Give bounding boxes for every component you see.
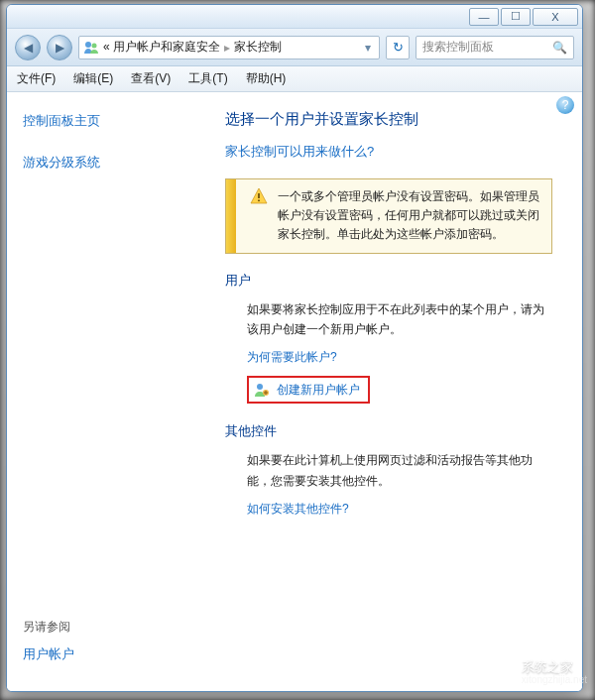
what-can-do-link[interactable]: 家长控制可以用来做什么?	[225, 144, 374, 159]
breadcrumb-seg-2[interactable]: 家长控制	[234, 39, 282, 56]
maximize-button[interactable]: ☐	[501, 8, 531, 26]
other-controls-heading: 其他控件	[225, 422, 552, 440]
breadcrumb-dropdown[interactable]: ▾	[361, 41, 375, 55]
menu-tools[interactable]: 工具(T)	[188, 70, 227, 87]
watermark-icon	[476, 652, 516, 692]
svg-rect-2	[258, 193, 260, 198]
menubar: 文件(F) 编辑(E) 查看(V) 工具(T) 帮助(H)	[7, 66, 582, 92]
minimize-button[interactable]: —	[469, 8, 499, 26]
address-breadcrumb[interactable]: « 用户帐户和家庭安全 ▸ 家长控制 ▾	[78, 36, 380, 59]
watermark: 系统之家 xitongzhijia.net	[476, 652, 587, 692]
navbar: ◀ ▶ « 用户帐户和家庭安全 ▸ 家长控制 ▾ ↻ 搜索控制面板 🔍	[7, 29, 582, 66]
watermark-title: 系统之家	[522, 659, 587, 675]
sidebar: 控制面板主页 游戏分级系统 另请参阅 用户帐户	[7, 92, 205, 691]
search-icon[interactable]: 🔍	[552, 41, 567, 55]
search-input[interactable]: 搜索控制面板 🔍	[416, 36, 574, 59]
warning-box[interactable]: 一个或多个管理员帐户没有设置密码。如果管理员帐户没有设置密码，任何用户就都可以跳…	[225, 178, 552, 254]
close-button[interactable]: X	[533, 8, 578, 26]
see-also-header: 另请参阅	[23, 619, 189, 636]
warning-text: 一个或多个管理员帐户没有设置密码。如果管理员帐户没有设置密码，任何用户就都可以跳…	[278, 187, 541, 245]
breadcrumb-seg-1[interactable]: « 用户帐户和家庭安全	[103, 39, 220, 56]
watermark-sub: xitongzhijia.net	[522, 674, 587, 685]
menu-file[interactable]: 文件(F)	[17, 70, 56, 87]
create-new-account-link[interactable]: 创建新用户帐户	[277, 380, 360, 400]
svg-rect-3	[258, 200, 260, 202]
forward-button[interactable]: ▶	[47, 35, 72, 60]
users-icon	[83, 40, 99, 56]
menu-edit[interactable]: 编辑(E)	[73, 70, 113, 87]
menu-view[interactable]: 查看(V)	[131, 70, 171, 87]
sidebar-user-accounts[interactable]: 用户帐户	[23, 645, 189, 663]
other-controls-paragraph: 如果要在此计算机上使用网页过滤和活动报告等其他功能，您需要安装其他控件。	[247, 450, 552, 491]
warning-icon	[250, 187, 268, 205]
control-panel-window: — ☐ X ◀ ▶ « 用户帐户和家庭安全 ▸ 家长控制 ▾ ↻ 搜索控制面板 …	[6, 4, 583, 692]
how-install-link[interactable]: 如何安装其他控件?	[247, 502, 349, 516]
help-icon[interactable]: ?	[556, 96, 574, 114]
refresh-button[interactable]: ↻	[386, 36, 410, 59]
user-add-icon	[253, 381, 271, 399]
svg-point-0	[85, 42, 91, 48]
search-placeholder: 搜索控制面板	[422, 39, 494, 56]
sidebar-game-rating[interactable]: 游戏分级系统	[23, 154, 189, 172]
menu-help[interactable]: 帮助(H)	[246, 70, 287, 87]
breadcrumb-separator: ▸	[224, 41, 230, 55]
why-account-link[interactable]: 为何需要此帐户?	[247, 350, 337, 364]
users-heading: 用户	[225, 272, 552, 290]
content-pane: ? 选择一个用户并设置家长控制 家长控制可以用来做什么? 一个或多个管理员帐户没…	[205, 92, 582, 691]
create-account-highlight: 创建新用户帐户	[247, 376, 370, 404]
titlebar: — ☐ X	[7, 5, 582, 29]
svg-point-4	[257, 384, 263, 390]
svg-point-1	[92, 43, 97, 48]
users-paragraph: 如果要将家长控制应用于不在此列表中的某个用户，请为该用户创建一个新用户帐户。	[247, 299, 552, 340]
sidebar-control-panel-home[interactable]: 控制面板主页	[23, 112, 189, 130]
page-title: 选择一个用户并设置家长控制	[225, 110, 552, 129]
back-button[interactable]: ◀	[15, 35, 41, 60]
